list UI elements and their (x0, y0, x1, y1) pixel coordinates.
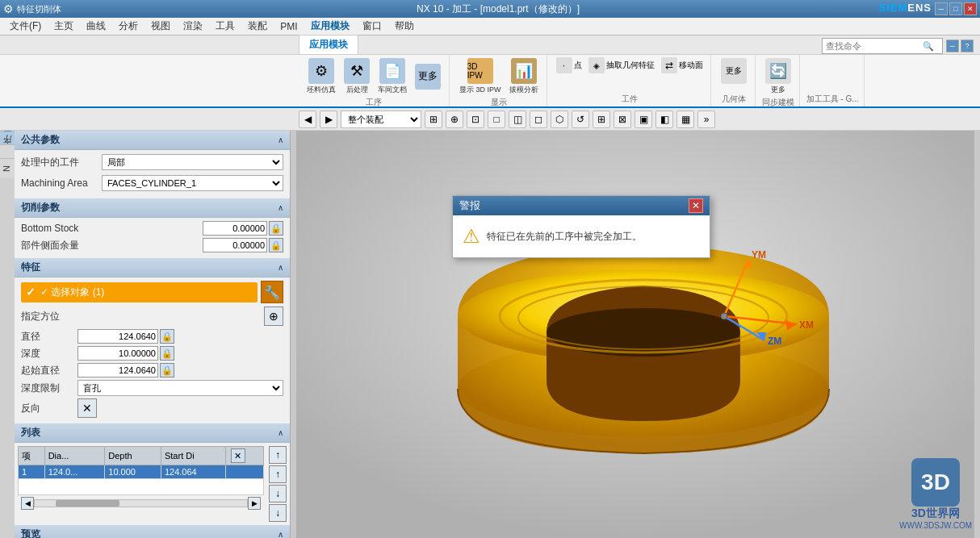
ribbon-group-workpiece: · 点 ◈ 抽取几何特征 ⇄ 移动面 工件 (549, 55, 711, 106)
menu-curve[interactable]: 曲线 (80, 18, 112, 35)
menu-view[interactable]: 视图 (144, 18, 177, 35)
side-tab-3[interactable]: N (0, 158, 15, 178)
search-input[interactable] (826, 41, 923, 51)
side-stock-input[interactable] (203, 238, 267, 252)
tab-appmodule[interactable]: 应用模块 (299, 35, 358, 54)
list-delete-btn[interactable]: ✕ (231, 448, 245, 463)
section-cut-params-title: 切削参数 (21, 201, 60, 215)
section-list-header[interactable]: 列表 ∧ (15, 423, 290, 443)
ribbon-btn-postprocess[interactable]: ⚒ 后处理 (341, 56, 373, 97)
menu-file[interactable]: 文件(F) (3, 18, 48, 35)
feature-select-btn[interactable]: 🔧 (261, 281, 283, 303)
section-common-params-body: 处理中的工件 局部 Machining Area FACES_CYLINDER_… (15, 150, 290, 198)
ribbon-btn-blank-sim[interactable]: ⚙ 坯料仿真 (304, 56, 339, 97)
list-btn-down1[interactable]: ↓ (269, 485, 287, 503)
section-preview-header[interactable]: 预览 ∧ (15, 525, 290, 538)
side-tab-2[interactable]: 序 (0, 144, 15, 158)
tb2-btn1[interactable]: ⊞ (425, 111, 442, 128)
menu-help[interactable]: 帮助 (388, 18, 421, 35)
list-col-depth: Depth (105, 447, 161, 465)
scroll-left-btn[interactable]: ◀ (21, 497, 34, 510)
list-btn-down2[interactable]: ↓ (269, 504, 287, 522)
depth-input[interactable] (77, 346, 158, 361)
assembly-select[interactable]: 整个装配 (341, 111, 421, 128)
horizontal-scrollbar[interactable]: ◀ ▶ (18, 495, 264, 511)
machining-area-select[interactable]: FACES_CYLINDER_1 (102, 175, 283, 191)
depth-limit-select[interactable]: 盲孔 (77, 380, 283, 396)
diameter-lock-btn[interactable]: 🔒 (160, 329, 174, 344)
watermark-url: WWW.3DSJW.COM (899, 521, 972, 530)
menu-window[interactable]: 窗口 (356, 18, 388, 35)
restore-button[interactable]: □ (949, 2, 962, 15)
minimize-button[interactable]: ─ (935, 2, 948, 15)
toolbar2-nav-btn[interactable]: ◀ (299, 111, 316, 128)
section-feature-header[interactable]: 特征 ∧ (15, 258, 290, 277)
tb2-btn13[interactable]: ▦ (676, 111, 694, 128)
scroll-right-btn[interactable]: ▶ (248, 497, 261, 510)
tb2-btn5[interactable]: ◫ (509, 111, 526, 128)
list-btn-up2[interactable]: ↑ (269, 465, 287, 483)
start-diameter-input[interactable] (77, 363, 158, 377)
workpiece-select[interactable]: 局部 (102, 154, 283, 170)
scrollbar-track[interactable] (34, 499, 248, 507)
tb2-btn2[interactable]: ⊕ (446, 111, 463, 128)
menu-home[interactable]: 主页 (48, 18, 80, 35)
menu-analysis[interactable]: 分析 (112, 18, 144, 35)
ribbon-help-btn[interactable]: ? (961, 40, 974, 52)
warning-body: ⚠ 特征已在先前的工序中被完全加工。 (453, 215, 710, 257)
close-button[interactable]: ✕ (964, 2, 977, 15)
bottomstock-input[interactable] (203, 221, 267, 236)
list-col-dia: Dia... (44, 447, 105, 465)
tb2-btn6[interactable]: ◻ (530, 111, 547, 128)
toolbar2-nav-btn2[interactable]: ▶ (320, 111, 337, 128)
ribbon-btn-more-sync[interactable]: 🔄 更多 (762, 56, 794, 97)
reverse-btn[interactable]: ✕ (77, 398, 97, 418)
ribbon-group-analysis-label: 几何体 (722, 94, 746, 105)
ribbon-group-sync-label: 同步建模 (762, 97, 794, 106)
ribbon-minimize-btn[interactable]: ─ (946, 40, 959, 52)
left-panel: 工 序 N 公共参数 ∧ 处理中的工件 局部 Machining Area (0, 131, 291, 538)
menu-pmi[interactable]: PMI (274, 19, 304, 34)
tb2-btn10[interactable]: ⊠ (614, 111, 631, 128)
section-list-title: 列表 (21, 426, 40, 440)
ribbon-group-machinetool: 加工工具 - G... (802, 55, 865, 106)
diameter-input[interactable] (77, 329, 158, 344)
section-cut-params-header[interactable]: 切削参数 ∧ (15, 198, 290, 218)
watermark-logo: 3D (911, 458, 960, 507)
menu-assembly[interactable]: 装配 (241, 18, 274, 35)
menu-appmodule[interactable]: 应用模块 (304, 18, 356, 35)
ribbon-btn-extract-geo[interactable]: ◈ 抽取几何特征 (586, 56, 657, 74)
menu-render[interactable]: 渲染 (177, 18, 209, 35)
list-btn-up1[interactable]: ↑ (269, 446, 287, 464)
ribbon-btn-show3d[interactable]: 3D IPW 显示 3D IPW (456, 56, 505, 97)
side-tab-1[interactable]: 工 (0, 131, 15, 144)
tb2-btn11[interactable]: ▣ (634, 111, 652, 128)
start-diameter-lock-btn[interactable]: 🔒 (160, 363, 174, 377)
tb2-btn14[interactable]: » (697, 111, 715, 128)
section-common-params-header[interactable]: 公共参数 ∧ (15, 131, 290, 150)
ribbon-btn-more-process[interactable]: 更多 (412, 62, 444, 92)
specify-location-btn[interactable]: ⊕ (264, 307, 283, 326)
side-stock-lock-btn[interactable]: 🔒 (269, 238, 283, 252)
tb2-btn7[interactable]: ⬡ (551, 111, 568, 128)
search-box[interactable]: 🔍 (822, 38, 943, 54)
depth-lock-btn[interactable]: 🔒 (160, 346, 174, 361)
ribbon-btn-move-face[interactable]: ⇄ 移动面 (659, 56, 706, 74)
ribbon-btn-shopfloor[interactable]: 📄 车间文档 (375, 56, 410, 97)
table-row[interactable]: 1 124.0... 10.000 124.064 (19, 465, 264, 479)
move-face-icon: ⇄ (661, 57, 677, 73)
tb2-btn4[interactable]: □ (488, 111, 505, 128)
ribbon-btn-point[interactable]: · 点 (554, 56, 584, 74)
section-feature-chevron: ∧ (278, 263, 283, 272)
ribbon-analysis-buttons: 更多 (718, 56, 750, 86)
warning-close-btn[interactable]: ✕ (689, 198, 703, 213)
tb2-btn8[interactable]: ↺ (572, 111, 589, 128)
tb2-btn9[interactable]: ⊞ (593, 111, 610, 128)
show3d-icon: 3D IPW (467, 58, 493, 84)
menu-tools[interactable]: 工具 (209, 18, 241, 35)
tb2-btn3[interactable]: ⊡ (467, 111, 484, 128)
ribbon-btn-more-geo[interactable]: 更多 (718, 56, 750, 86)
tb2-btn12[interactable]: ◧ (655, 111, 673, 128)
bottomstock-lock-btn[interactable]: 🔒 (269, 221, 283, 236)
ribbon-btn-draft-analysis[interactable]: 📊 拔模分析 (506, 56, 542, 97)
